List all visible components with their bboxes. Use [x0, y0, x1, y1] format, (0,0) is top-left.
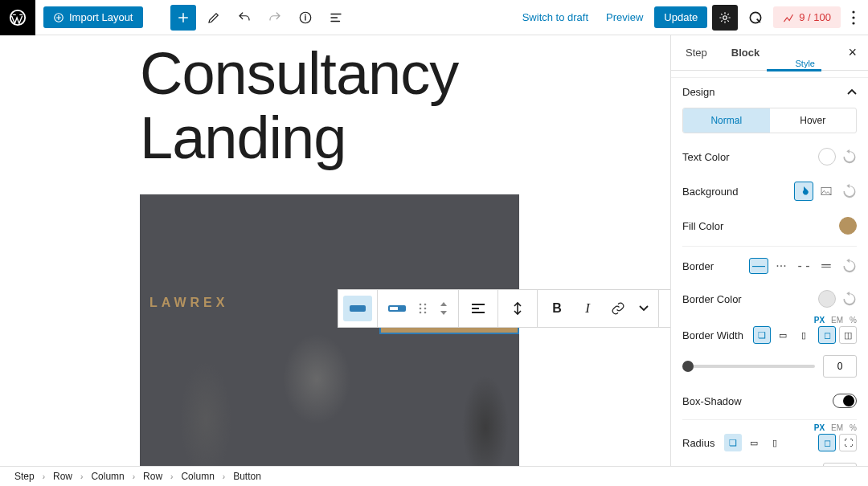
reset-border-icon[interactable]	[842, 259, 857, 273]
crumb-button[interactable]: Button	[233, 471, 261, 482]
svg-point-15	[420, 312, 422, 314]
radius-label: Radius	[682, 437, 714, 449]
state-tab-hover[interactable]: Hover	[770, 108, 857, 133]
text-color-label: Text Color	[682, 151, 730, 163]
border-width-linked-icon[interactable]: ◻	[818, 326, 836, 344]
box-shadow-toggle[interactable]	[833, 394, 857, 408]
import-layout-button[interactable]: Import Layout	[43, 6, 143, 28]
border-style-dashed[interactable]: - -	[794, 258, 813, 274]
svg-rect-8	[350, 305, 366, 312]
device-mobile-icon[interactable]: ▯	[795, 326, 813, 344]
outline-button[interactable]	[323, 5, 349, 31]
svg-point-16	[424, 312, 427, 314]
radius-linked-icon[interactable]: ◻	[818, 434, 836, 451]
chevron-up-icon	[847, 89, 857, 96]
move-updown-button[interactable]	[434, 291, 453, 326]
border-style-double[interactable]: ═	[817, 258, 836, 274]
design-section-label: Design	[682, 86, 714, 98]
crumb-step[interactable]: Step	[14, 471, 35, 482]
import-layout-label: Import Layout	[69, 11, 133, 23]
border-width-unlinked-icon[interactable]: ◫	[839, 326, 857, 344]
wordpress-logo[interactable]	[0, 0, 35, 35]
performance-score-label: 9 / 100	[799, 11, 831, 23]
radius-unit-pct[interactable]: %	[850, 423, 857, 432]
border-width-input[interactable]	[823, 355, 857, 378]
editor-canvas[interactable]: Consultancy Landing LAWREX FREE COUSULAT…	[0, 35, 670, 466]
block-type-button[interactable]	[343, 296, 372, 321]
breadcrumb: Step› Row› Column› Row› Column› Button	[0, 466, 868, 486]
fill-color-swatch[interactable]	[839, 217, 857, 235]
update-button[interactable]: Update	[654, 6, 707, 28]
bold-button[interactable]: B	[542, 291, 571, 326]
reset-background-icon[interactable]	[842, 184, 857, 198]
brand-logo-text[interactable]: LAWREX	[149, 296, 228, 310]
svg-point-11	[420, 304, 422, 306]
block-toolbar: B I	[338, 289, 670, 328]
subtab-style[interactable]: Style	[796, 59, 815, 68]
design-section-toggle[interactable]: Design	[671, 77, 868, 106]
radius-device-desktop-icon[interactable]: ❏	[724, 434, 742, 451]
svg-point-6	[852, 16, 854, 18]
edit-tool-button[interactable]	[201, 5, 227, 31]
info-button[interactable]	[293, 5, 318, 31]
svg-point-13	[420, 308, 422, 310]
crumb-column-2[interactable]: Column	[181, 471, 214, 482]
performance-score-button[interactable]: 9 / 100	[773, 6, 841, 28]
align-button[interactable]	[464, 291, 493, 326]
svg-point-7	[852, 22, 854, 24]
add-block-button[interactable]	[170, 5, 196, 31]
border-style-dotted[interactable]: ···	[772, 258, 791, 274]
redo-button[interactable]	[262, 5, 288, 31]
svg-point-3	[723, 15, 727, 19]
text-color-swatch[interactable]	[818, 148, 836, 165]
border-color-label: Border Color	[682, 293, 742, 305]
background-type-image[interactable]	[817, 182, 836, 201]
tab-step[interactable]: Step	[682, 37, 710, 68]
crumb-column-1[interactable]: Column	[91, 471, 124, 482]
undo-button[interactable]	[231, 5, 257, 31]
parent-block-button[interactable]	[383, 291, 411, 326]
preview-link[interactable]: Preview	[600, 6, 649, 28]
crumb-row-2[interactable]: Row	[143, 471, 162, 482]
radius-unlinked-icon[interactable]: ⛶	[839, 434, 857, 451]
page-title[interactable]: Consultancy Landing	[0, 35, 661, 194]
radius-device-tablet-icon[interactable]: ▭	[745, 434, 763, 451]
unit-px[interactable]: PX	[814, 316, 825, 325]
border-label: Border	[682, 260, 714, 272]
italic-button[interactable]: I	[573, 291, 602, 326]
hero-block[interactable]: LAWREX FREE COUSULATION	[140, 194, 519, 466]
device-tablet-icon[interactable]: ▭	[774, 326, 792, 344]
border-width-slider[interactable]	[682, 365, 815, 368]
close-sidebar-button[interactable]: ×	[848, 44, 857, 61]
switch-to-draft-link[interactable]: Switch to draft	[516, 6, 595, 28]
fill-color-label: Fill Color	[682, 220, 723, 232]
more-menu-button[interactable]	[845, 5, 862, 31]
reset-border-color-icon[interactable]	[842, 292, 857, 306]
background-type-color[interactable]	[794, 182, 813, 201]
box-shadow-label: Box-Shadow	[682, 395, 742, 407]
state-tab-normal[interactable]: Normal	[683, 108, 770, 133]
tab-block[interactable]: Block	[728, 37, 763, 68]
radius-unit-em[interactable]: EM	[831, 423, 843, 432]
settings-sidebar: Step Block × Style Design Normal Hover T…	[670, 35, 868, 466]
border-width-label: Border Width	[682, 329, 743, 341]
settings-button[interactable]	[712, 5, 738, 31]
link-button[interactable]	[604, 291, 633, 326]
vertical-align-button[interactable]	[503, 291, 532, 326]
unit-em[interactable]: EM	[831, 316, 843, 325]
svg-point-12	[424, 304, 427, 306]
drag-handle[interactable]	[413, 291, 432, 326]
border-style-solid[interactable]: —	[749, 258, 768, 274]
border-color-swatch[interactable]	[818, 290, 836, 308]
svg-point-14	[424, 308, 427, 310]
more-rich-text-button[interactable]	[634, 291, 653, 326]
radius-device-mobile-icon[interactable]: ▯	[766, 434, 784, 451]
unit-pct[interactable]: %	[850, 316, 857, 325]
qubely-icon[interactable]	[743, 5, 768, 31]
device-desktop-icon[interactable]: ❏	[753, 326, 771, 344]
crumb-row-1[interactable]: Row	[53, 471, 72, 482]
block-more-button[interactable]	[664, 291, 670, 326]
background-label: Background	[682, 186, 738, 198]
radius-unit-px[interactable]: PX	[814, 423, 825, 432]
reset-text-color-icon[interactable]	[842, 149, 857, 164]
